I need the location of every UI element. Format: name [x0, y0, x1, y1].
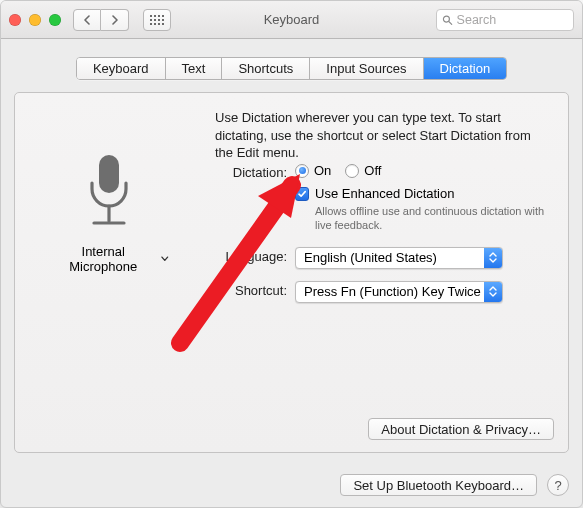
close-window-button[interactable]	[9, 14, 21, 26]
bottom-bar: Set Up Bluetooth Keyboard… ?	[1, 463, 582, 507]
language-value: English (United States)	[304, 250, 484, 265]
setup-bluetooth-keyboard-button[interactable]: Set Up Bluetooth Keyboard…	[340, 474, 537, 496]
updown-arrows-icon	[484, 282, 502, 302]
about-dictation-label: About Dictation & Privacy…	[381, 422, 541, 437]
language-dropdown[interactable]: English (United States)	[295, 247, 503, 269]
search-icon	[442, 14, 453, 26]
settings-form: Dictation: On Off	[175, 163, 548, 315]
chevron-down-icon	[161, 256, 169, 262]
keyboard-preferences-window: Keyboard Keyboard Text Shortcuts Input S…	[0, 0, 583, 508]
nav-buttons	[73, 9, 129, 31]
about-dictation-button[interactable]: About Dictation & Privacy…	[368, 418, 554, 440]
dictation-pane: Use Dictation wherever you can type text…	[14, 92, 569, 453]
enhanced-dictation-checkbox[interactable]: Use Enhanced Dictation	[295, 186, 548, 201]
back-button[interactable]	[73, 9, 101, 31]
svg-rect-8	[150, 23, 152, 25]
svg-rect-14	[99, 155, 119, 193]
window-controls	[9, 14, 61, 26]
forward-button[interactable]	[101, 9, 129, 31]
tab-bar: Keyboard Text Shortcuts Input Sources Di…	[76, 57, 507, 80]
svg-point-12	[443, 16, 449, 22]
shortcut-label: Shortcut:	[175, 281, 295, 298]
tab-shortcuts[interactable]: Shortcuts	[222, 58, 310, 79]
microphone-icon	[79, 153, 139, 231]
microphone-dropdown[interactable]: Internal Microphone	[49, 244, 169, 274]
search-input[interactable]	[457, 13, 568, 27]
dictation-label: Dictation:	[175, 163, 295, 180]
content-area: Keyboard Text Shortcuts Input Sources Di…	[1, 39, 582, 507]
svg-rect-0	[150, 15, 152, 17]
grid-icon	[150, 15, 164, 25]
dictation-on-radio[interactable]: On	[295, 163, 331, 178]
checkbox-checked-icon	[295, 187, 309, 201]
help-label: ?	[554, 478, 561, 493]
svg-line-13	[449, 21, 452, 24]
help-button[interactable]: ?	[547, 474, 569, 496]
svg-rect-1	[154, 15, 156, 17]
zoom-window-button[interactable]	[49, 14, 61, 26]
svg-rect-4	[150, 19, 152, 21]
intro-text: Use Dictation wherever you can type text…	[215, 109, 544, 162]
tab-input-sources[interactable]: Input Sources	[310, 58, 423, 79]
show-all-prefs-button[interactable]	[143, 9, 171, 31]
svg-rect-5	[154, 19, 156, 21]
chevron-right-icon	[111, 15, 119, 25]
shortcut-value: Press Fn (Function) Key Twice	[304, 284, 484, 299]
svg-rect-9	[154, 23, 156, 25]
enhanced-dictation-desc: Allows offline use and continuous dictat…	[315, 204, 548, 233]
titlebar: Keyboard	[1, 1, 582, 39]
radio-dot-on-icon	[295, 164, 309, 178]
svg-rect-3	[162, 15, 164, 17]
microphone-section: Internal Microphone	[49, 153, 169, 274]
shortcut-dropdown[interactable]: Press Fn (Function) Key Twice	[295, 281, 503, 303]
enhanced-dictation-label: Use Enhanced Dictation	[315, 186, 454, 201]
tab-keyboard[interactable]: Keyboard	[77, 58, 166, 79]
updown-arrows-icon	[484, 248, 502, 268]
microphone-label: Internal Microphone	[49, 244, 157, 274]
tab-text[interactable]: Text	[166, 58, 223, 79]
chevron-left-icon	[83, 15, 91, 25]
svg-rect-7	[162, 19, 164, 21]
svg-rect-2	[158, 15, 160, 17]
minimize-window-button[interactable]	[29, 14, 41, 26]
setup-bt-label: Set Up Bluetooth Keyboard…	[353, 478, 524, 493]
svg-rect-10	[158, 23, 160, 25]
on-label: On	[314, 163, 331, 178]
tab-dictation[interactable]: Dictation	[424, 58, 507, 79]
svg-rect-6	[158, 19, 160, 21]
svg-rect-11	[162, 23, 164, 25]
dictation-radio-group: On Off	[295, 163, 548, 178]
radio-dot-off-icon	[345, 164, 359, 178]
off-label: Off	[364, 163, 381, 178]
search-field[interactable]	[436, 9, 574, 31]
language-label: Language:	[175, 247, 295, 264]
dictation-off-radio[interactable]: Off	[345, 163, 381, 178]
